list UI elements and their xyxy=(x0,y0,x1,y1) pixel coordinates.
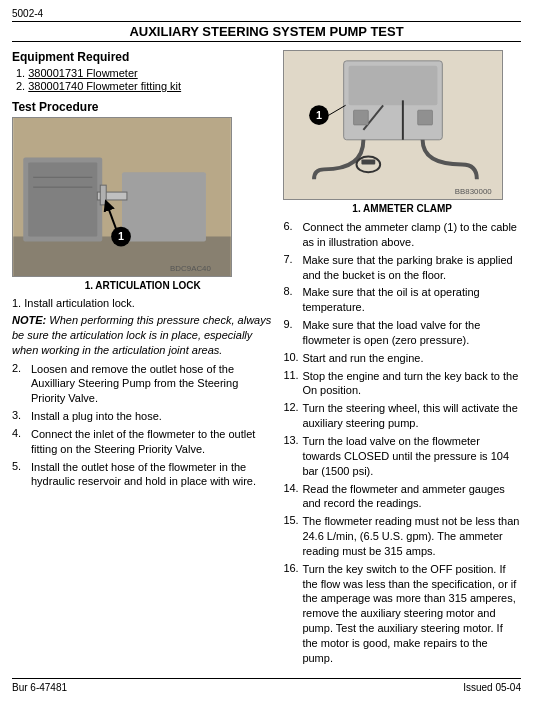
step-13: 13. Turn the load valve on the flowmeter… xyxy=(283,434,521,479)
equipment-list: 1. 380001731 Flowmeter 2. 380001740 Flow… xyxy=(16,67,273,92)
right-steps: 6. Connect the ammeter clamp (1) to the … xyxy=(283,220,521,666)
svg-rect-17 xyxy=(362,160,376,165)
step-15: 15. The flowmeter reading must not be le… xyxy=(283,514,521,559)
svg-rect-4 xyxy=(122,172,206,241)
svg-text:1: 1 xyxy=(316,109,322,121)
step-14: 14. Read the flowmeter and ammeter gauge… xyxy=(283,482,521,512)
svg-text:BDC9AC40: BDC9AC40 xyxy=(170,264,211,273)
test-procedure-title: Test Procedure xyxy=(12,100,273,114)
right-image: 1 BB830000 xyxy=(283,50,503,200)
svg-rect-6 xyxy=(100,185,106,205)
step-1: 1. Install articulation lock. xyxy=(12,297,273,309)
left-steps: 2. Loosen and remove the outlet hose of … xyxy=(12,362,273,490)
note-block: NOTE: When performing this pressure chec… xyxy=(12,313,273,358)
svg-rect-23 xyxy=(354,110,369,125)
left-image-caption: 1. ARTICULATION LOCK xyxy=(12,280,273,291)
step-6: 6. Connect the ammeter clamp (1) to the … xyxy=(283,220,521,250)
right-image-caption: 1. AMMETER CLAMP xyxy=(283,203,521,214)
footer-right: Issued 05-04 xyxy=(463,682,521,693)
equipment-item-1: 1. 380001731 Flowmeter xyxy=(16,67,273,79)
svg-rect-24 xyxy=(418,110,433,125)
footer: Bur 6-47481 Issued 05-04 xyxy=(12,678,521,693)
svg-rect-15 xyxy=(349,66,438,105)
step-8: 8. Make sure that the oil is at operatin… xyxy=(283,285,521,315)
step-10: 10. Start and run the engine. xyxy=(283,351,521,366)
step-16: 16. Turn the key switch to the OFF posit… xyxy=(283,562,521,666)
equipment-item-2: 2. 380001740 Flowmeter fitting kit xyxy=(16,80,273,92)
step-9: 9. Make sure that the load valve for the… xyxy=(283,318,521,348)
svg-rect-3 xyxy=(28,162,97,236)
footer-left: Bur 6-47481 xyxy=(12,682,67,693)
page-num: 5002-4 xyxy=(12,8,521,19)
step-4: 4. Connect the inlet of the flowmeter to… xyxy=(12,427,273,457)
step-3: 3. Install a plug into the hose. xyxy=(12,409,273,424)
step-5: 5. Install the outlet hose of the flowme… xyxy=(12,460,273,490)
step-7: 7. Make sure that the parking brake is a… xyxy=(283,253,521,283)
left-image: 1 BDC9AC40 xyxy=(12,117,232,277)
equipment-section-title: Equipment Required xyxy=(12,50,273,64)
step-12: 12. Turn the steering wheel, this will a… xyxy=(283,401,521,431)
equipment-link-2[interactable]: 380001740 Flowmeter fitting kit xyxy=(28,80,181,92)
step-11: 11. Stop the engine and turn the key bac… xyxy=(283,369,521,399)
equipment-link-1[interactable]: 380001731 Flowmeter xyxy=(28,67,137,79)
step-2: 2. Loosen and remove the outlet hose of … xyxy=(12,362,273,407)
main-title: AUXILIARY STEERING SYSTEM PUMP TEST xyxy=(12,21,521,42)
svg-text:BB830000: BB830000 xyxy=(455,187,492,196)
svg-text:1: 1 xyxy=(118,230,124,242)
